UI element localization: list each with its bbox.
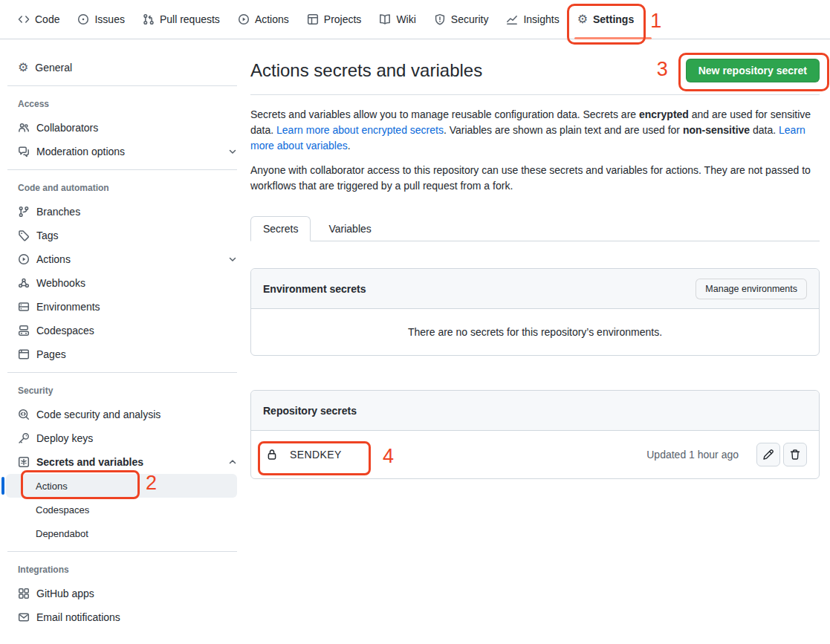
repo-tab-nav: Code Issues Pull requests Actions Projec… <box>0 0 830 39</box>
sidebar-item-pages-label: Pages <box>36 348 66 360</box>
new-repository-secret-label: New repository secret <box>698 65 807 77</box>
sidebar-item-deploy-keys[interactable]: Deploy keys <box>0 426 250 450</box>
apps-icon <box>18 588 30 599</box>
play-icon <box>18 253 30 265</box>
sidebar-item-collaborators[interactable]: Collaborators <box>0 116 250 140</box>
sidebar-subitem-dependabot-label: Dependabot <box>36 528 88 539</box>
chevron-down-icon <box>227 253 239 265</box>
tab-projects[interactable]: Projects <box>307 0 362 39</box>
intro-text: Secrets and variables allow you to manag… <box>250 108 639 120</box>
secret-name: SENDKEY <box>290 449 342 461</box>
git-branch-icon <box>18 206 30 218</box>
comment-discussion-icon <box>18 146 30 157</box>
sidebar-item-tags[interactable]: Tags <box>0 224 250 247</box>
tab-settings-label: Settings <box>593 13 634 25</box>
tab-projects-label: Projects <box>324 13 362 25</box>
sidebar-section-integrations: Integrations <box>0 558 250 582</box>
sidebar-divider <box>7 372 237 373</box>
sidebar-item-pages[interactable]: Pages <box>0 342 250 366</box>
sidebar-item-environments[interactable]: Environments <box>0 295 250 319</box>
new-repository-secret-button[interactable]: New repository secret 3 <box>686 59 820 82</box>
intro-paragraph: Secrets and variables allow you to manag… <box>250 107 820 154</box>
tab-pull-requests-label: Pull requests <box>160 13 220 25</box>
gear-icon: ⚙ <box>577 13 588 25</box>
tab-code[interactable]: Code <box>18 0 59 39</box>
sidebar-item-webhooks-label: Webhooks <box>36 277 85 289</box>
main-content: Actions secrets and variables New reposi… <box>250 39 820 479</box>
tab-pull-requests[interactable]: Pull requests <box>143 0 220 39</box>
secret-actions: Updated 1 hour ago <box>646 443 807 466</box>
tab-security-label: Security <box>451 13 489 25</box>
intro-text: data. <box>750 124 779 136</box>
tab-variables[interactable]: Variables <box>317 217 383 241</box>
shield-icon <box>434 13 446 25</box>
tag-icon <box>18 230 30 241</box>
annotation-number-2: 2 <box>146 472 157 495</box>
tab-insights[interactable]: Insights <box>506 0 559 39</box>
sidebar-item-actions-label: Actions <box>36 253 71 265</box>
settings-sidebar: ⚙ General Access Collaborators Moderatio… <box>0 39 250 629</box>
sidebar-section-access: Access <box>0 92 250 116</box>
sidebar-subitem-actions-label: Actions <box>36 481 68 492</box>
page-title: Actions secrets and variables <box>250 60 482 81</box>
lock-icon <box>266 449 278 461</box>
environment-secrets-header: Environment secrets Manage environments <box>251 269 819 309</box>
sidebar-subitem-dependabot[interactable]: Dependabot <box>6 521 237 545</box>
chevron-down-icon <box>227 146 239 157</box>
tab-issues-label: Issues <box>94 13 124 25</box>
key-icon <box>18 432 30 444</box>
chevron-up-icon <box>227 456 239 468</box>
sidebar-item-codespaces-label: Codespaces <box>36 325 94 336</box>
codescan-icon <box>18 409 30 420</box>
tab-actions-label: Actions <box>255 13 289 25</box>
sidebar-item-github-apps[interactable]: GitHub apps <box>0 582 250 605</box>
repository-secrets-title: Repository secrets <box>263 405 357 417</box>
sidebar-item-email-notifications-label: Email notifications <box>36 611 120 623</box>
graph-icon <box>506 13 518 25</box>
sidebar-subitem-codespaces[interactable]: Codespaces <box>6 498 237 521</box>
sidebar-item-code-security[interactable]: Code security and analysis <box>0 403 250 426</box>
tab-settings[interactable]: ⚙ Settings 1 <box>577 0 635 39</box>
sidebar-item-secrets-and-variables[interactable]: Secrets and variables <box>0 450 250 474</box>
sidebar-item-general[interactable]: ⚙ General <box>0 56 250 79</box>
sidebar-item-environments-label: Environments <box>36 301 100 313</box>
tab-issues[interactable]: Issues <box>77 0 124 39</box>
server-icon <box>18 301 30 313</box>
edit-secret-button[interactable] <box>756 443 780 466</box>
sidebar-item-email-notifications[interactable]: Email notifications <box>0 605 250 629</box>
manage-environments-button[interactable]: Manage environments <box>696 279 807 299</box>
tab-wiki[interactable]: Wiki <box>379 0 415 39</box>
tab-secrets[interactable]: Secrets <box>250 216 311 241</box>
sidebar-item-codespaces[interactable]: Codespaces <box>0 319 250 342</box>
page-header: Actions secrets and variables New reposi… <box>250 59 820 95</box>
sidebar-section-code-automation: Code and automation <box>0 176 250 200</box>
people-icon <box>18 122 30 134</box>
sidebar-item-branches-label: Branches <box>36 206 80 218</box>
tab-security[interactable]: Security <box>434 0 489 39</box>
sidebar-divider <box>7 85 237 86</box>
sidebar-subitem-actions[interactable]: Actions 2 <box>6 474 237 498</box>
sidebar-item-deploy-keys-label: Deploy keys <box>36 432 93 444</box>
intro-bold-encrypted: encrypted <box>639 108 689 120</box>
book-icon <box>379 13 391 25</box>
annotation-number-3: 3 <box>657 58 668 81</box>
asterisk-box-icon <box>18 456 30 468</box>
tab-wiki-label: Wiki <box>396 13 415 25</box>
tab-code-label: Code <box>35 13 59 25</box>
active-item-indicator <box>1 477 4 495</box>
mail-icon <box>18 611 30 623</box>
browser-icon <box>18 348 30 360</box>
environment-secrets-empty-message: There are no secrets for this repository… <box>251 309 819 355</box>
codespaces-icon <box>18 325 30 336</box>
environment-secrets-card: Environment secrets Manage environments … <box>250 268 820 356</box>
sidebar-item-actions[interactable]: Actions <box>0 247 250 271</box>
sidebar-item-branches[interactable]: Branches <box>0 200 250 224</box>
sidebar-item-code-security-label: Code security and analysis <box>36 409 161 420</box>
sidebar-item-moderation-options[interactable]: Moderation options <box>0 140 250 163</box>
annotation-number-1: 1 <box>650 10 661 33</box>
tab-actions[interactable]: Actions <box>238 0 289 39</box>
intro-text: . Variables are shown as plain text and … <box>444 124 683 136</box>
delete-secret-button[interactable] <box>783 443 807 466</box>
link-encrypted-secrets[interactable]: Learn more about encrypted secrets <box>276 124 444 136</box>
sidebar-item-webhooks[interactable]: Webhooks <box>0 271 250 295</box>
